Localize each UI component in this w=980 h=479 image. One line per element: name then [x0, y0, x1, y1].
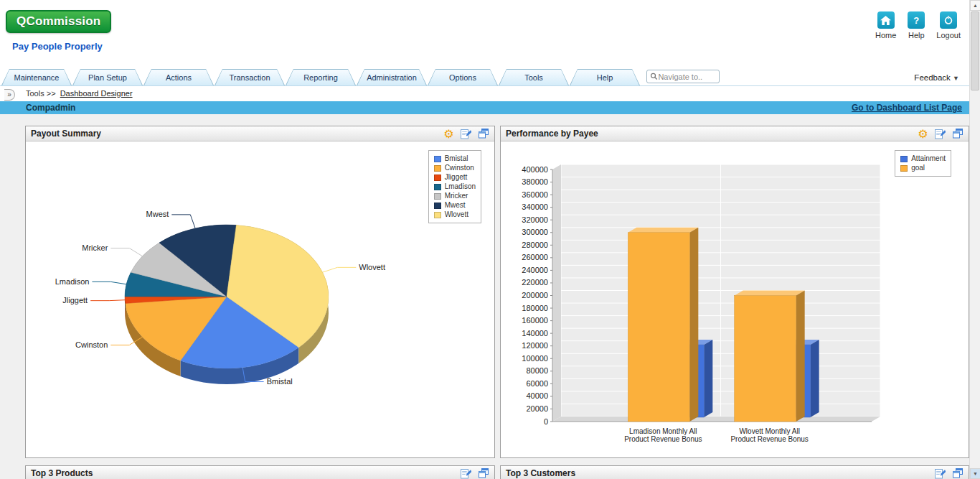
panel-header: Performance by Payee ⚙ [501, 126, 969, 141]
svg-text:Wlovett: Wlovett [359, 263, 385, 271]
tab-tools[interactable]: Tools [499, 69, 569, 85]
svg-text:200000: 200000 [522, 291, 548, 299]
panel-performance-by-payee: Performance by Payee ⚙ 02000040000600008… [500, 126, 969, 458]
panel-title: Performance by Payee [506, 129, 598, 139]
legend-item: goal [900, 164, 946, 172]
legend-swatch [434, 212, 441, 218]
feedback-menu[interactable]: Feedback ▼ [914, 73, 959, 82]
performance-bar-chart: 0200004000060000800001000001200001400001… [501, 141, 969, 457]
legend-item: Lmadison [434, 182, 476, 191]
tab-options[interactable]: Options [428, 69, 498, 85]
tab-label: Reporting [303, 73, 338, 82]
qcommission-logo[interactable]: QCommission [6, 10, 111, 33]
svg-text:300000: 300000 [522, 228, 548, 236]
help-icon: ? [908, 11, 925, 29]
svg-text:140000: 140000 [522, 329, 548, 338]
tab-label: Maintenance [14, 73, 60, 82]
legend-swatch [434, 193, 441, 200]
panel-top-3-customers: Top 3 Customers [500, 465, 969, 479]
legend-label: Mricker [445, 192, 468, 200]
edit-dashboard-icon[interactable] [934, 128, 946, 139]
panel-toolbar: ⚙ [443, 128, 489, 139]
panel-toolbar [934, 468, 963, 479]
edit-dashboard-icon[interactable] [934, 468, 946, 479]
svg-text:260000: 260000 [522, 253, 548, 261]
panel-payout-summary: Payout Summary ⚙ BmistalCwinstonJliggett… [25, 126, 495, 458]
panel-title: Top 3 Customers [506, 468, 575, 478]
svg-text:240000: 240000 [522, 266, 548, 274]
tab-label: Transaction [229, 73, 270, 82]
tab-administration[interactable]: Administration [357, 69, 427, 85]
logout-button[interactable]: Logout [936, 11, 961, 39]
qcommission-app: QCommission Pay People Properly Home?Hel… [0, 0, 980, 479]
legend-item: Mwest [434, 201, 476, 210]
tab-help[interactable]: Help [570, 69, 640, 85]
svg-text:Product Revenue Bonus: Product Revenue Bonus [624, 435, 702, 443]
tab-reporting[interactable]: Reporting [286, 69, 356, 85]
breadcrumb: Tools >> Dashboard Designer [26, 86, 133, 101]
tab-label: Administration [367, 73, 417, 82]
cascade-windows-icon[interactable] [951, 128, 963, 139]
tab-plan-setup[interactable]: Plan Setup [72, 69, 143, 85]
gear-icon[interactable]: ⚙ [917, 128, 929, 139]
pie-legend: BmistalCwinstonJliggettLmadisonMrickerMw… [428, 150, 481, 223]
panel-header: Top 3 Products [26, 466, 494, 479]
help-button[interactable]: ?Help [908, 11, 925, 39]
logout-icon [940, 11, 957, 29]
legend-label: Attainment [911, 154, 946, 163]
legend-swatch [434, 175, 441, 181]
navigate-search-input[interactable] [658, 73, 716, 81]
tab-maintenance[interactable]: Maintenance [1, 69, 72, 85]
vertical-scrollbar[interactable]: ▲ ▼ [969, 0, 980, 479]
legend-swatch [900, 165, 908, 172]
quick-link-label: Help [908, 31, 925, 39]
quick-links: Home?HelpLogout [875, 11, 961, 39]
home-icon [877, 11, 895, 29]
svg-text:360000: 360000 [522, 190, 548, 199]
gear-icon[interactable]: ⚙ [443, 128, 455, 139]
dashboard-content: Payout Summary ⚙ BmistalCwinstonJliggett… [0, 114, 969, 479]
cascade-windows-icon[interactable] [477, 468, 489, 479]
tab-label: Plan Setup [88, 73, 127, 82]
home-button[interactable]: Home [875, 11, 896, 39]
svg-text:20000: 20000 [526, 404, 548, 413]
tab-label: Help [597, 73, 613, 82]
legend-item: Bmistal [434, 154, 476, 163]
edit-dashboard-icon[interactable] [460, 128, 472, 139]
legend-item: Mricker [434, 192, 476, 200]
search-icon [650, 72, 658, 81]
nav-tabs: MaintenancePlan SetupActionsTransactionR… [1, 67, 641, 85]
collapse-panel-icon[interactable]: » [4, 89, 15, 101]
logo-tagline: Pay People Properly [12, 41, 103, 52]
svg-text:Lmadison Monthly All: Lmadison Monthly All [629, 427, 697, 435]
payout-pie-chart: BmistalCwinstonJliggettLmadisonMrickerMw… [26, 141, 494, 457]
scroll-down-icon[interactable]: ▼ [970, 468, 980, 479]
svg-text:Jliggett: Jliggett [62, 296, 88, 304]
svg-text:Mwest: Mwest [146, 210, 169, 218]
breadcrumb-current-page[interactable]: Dashboard Designer [60, 89, 133, 98]
legend-label: Jliggett [445, 173, 468, 182]
tab-actions[interactable]: Actions [143, 69, 214, 85]
tab-label: Actions [166, 73, 192, 82]
go-to-dashboard-list-link[interactable]: Go to Dashboard List Page [852, 103, 962, 113]
navigate-search-box[interactable] [646, 70, 720, 83]
cascade-windows-icon[interactable] [951, 468, 963, 479]
scrollbar-thumb[interactable] [971, 11, 979, 90]
quick-link-label: Logout [936, 31, 961, 39]
quick-link-label: Home [875, 31, 896, 39]
panel-title: Payout Summary [31, 129, 101, 139]
scroll-up-icon[interactable]: ▲ [970, 0, 980, 11]
svg-text:100000: 100000 [522, 354, 548, 363]
svg-text:40000: 40000 [526, 391, 548, 400]
cascade-windows-icon[interactable] [477, 128, 489, 139]
svg-text:220000: 220000 [522, 278, 548, 287]
dashboard-name: Compadmin [26, 103, 75, 113]
edit-dashboard-icon[interactable] [460, 468, 472, 479]
tab-transaction[interactable]: Transaction [215, 69, 285, 85]
panel-top-3-products: Top 3 Products [25, 465, 495, 479]
breadcrumb-row: » Tools >> Dashboard Designer [0, 86, 969, 101]
svg-text:Mricker: Mricker [82, 243, 108, 252]
legend-item: Cwinston [434, 164, 476, 172]
svg-text:0: 0 [544, 417, 548, 426]
svg-text:80000: 80000 [526, 366, 548, 375]
